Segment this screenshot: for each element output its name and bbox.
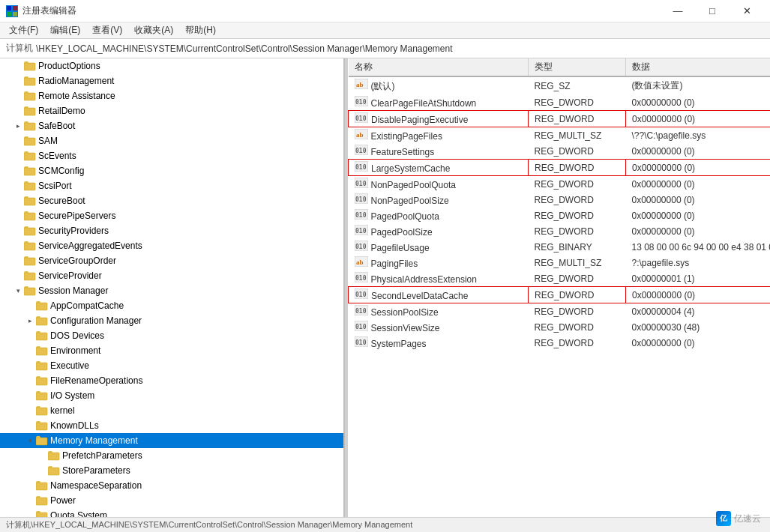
expand-icon[interactable] bbox=[24, 300, 36, 312]
expand-icon[interactable] bbox=[24, 360, 36, 372]
tree-item-ConfigurationManager[interactable]: ▸ Configuration Manager bbox=[0, 313, 343, 328]
svg-rect-42 bbox=[36, 348, 47, 355]
col-header-type[interactable]: 类型 bbox=[529, 58, 626, 76]
expand-icon[interactable] bbox=[12, 135, 24, 147]
tree-item-kernel[interactable]: kernel bbox=[0, 403, 343, 418]
expand-icon[interactable] bbox=[12, 255, 24, 267]
tree-item-PrefetchParameters[interactable]: PrefetchParameters bbox=[0, 448, 343, 463]
expand-icon[interactable] bbox=[24, 390, 36, 402]
tree-item-SessionManager[interactable]: ▾ Session Manager bbox=[0, 283, 343, 298]
table-row[interactable]: ab ExistingPageFilesREG_MULTI_SZ\??\C:\p… bbox=[349, 127, 771, 144]
expand-icon[interactable]: ▾ bbox=[12, 285, 24, 297]
tree-item-FileRenameOperations[interactable]: FileRenameOperations bbox=[0, 373, 343, 388]
menu-favorites[interactable]: 收藏夹(A) bbox=[128, 22, 179, 38]
table-row[interactable]: 010 SessionViewSizeREG_DWORD0x00000030 (… bbox=[349, 319, 771, 335]
table-row[interactable]: 010 SessionPoolSizeREG_DWORD0x00000004 (… bbox=[349, 303, 771, 320]
expand-icon[interactable] bbox=[24, 375, 36, 387]
expand-icon[interactable] bbox=[12, 150, 24, 162]
expand-icon[interactable] bbox=[12, 195, 24, 207]
tree-item-MemoryManagement[interactable]: ▾ Memory Management bbox=[0, 433, 343, 448]
expand-icon[interactable] bbox=[12, 240, 24, 252]
tree-item-RadioManagement[interactable]: RadioManagement bbox=[0, 73, 343, 88]
tree-item-ScEvents[interactable]: ScEvents bbox=[0, 148, 343, 163]
menu-view[interactable]: 查看(V) bbox=[86, 22, 128, 38]
minimize-button[interactable]: — bbox=[661, 0, 695, 22]
expand-icon[interactable] bbox=[36, 450, 48, 462]
tree-item-DOSDevices[interactable]: DOS Devices bbox=[0, 328, 343, 343]
tree-item-ServiceGroupOrder[interactable]: ServiceGroupOrder bbox=[0, 253, 343, 268]
tree-item-SecureBoot[interactable]: SecureBoot bbox=[0, 193, 343, 208]
tree-item-ServiceProvider[interactable]: ServiceProvider bbox=[0, 268, 343, 283]
table-row[interactable]: 010 PagedPoolQuotaREG_DWORD0x00000000 (0… bbox=[349, 208, 771, 223]
expand-icon[interactable] bbox=[24, 480, 36, 492]
tree-item-SCMConfig[interactable]: SCMConfig bbox=[0, 163, 343, 178]
menu-edit[interactable]: 编辑(E) bbox=[44, 22, 86, 38]
expand-icon[interactable] bbox=[24, 345, 36, 357]
close-button[interactable]: ✕ bbox=[730, 0, 764, 22]
cell-type: REG_DWORD bbox=[529, 270, 626, 287]
expand-icon[interactable] bbox=[24, 510, 36, 517]
table-row[interactable]: 010 SecondLevelDataCacheREG_DWORD0x00000… bbox=[349, 287, 771, 303]
menu-help[interactable]: 帮助(H) bbox=[179, 22, 222, 38]
cell-name: 010 SessionViewSize bbox=[349, 319, 529, 335]
expand-icon[interactable] bbox=[12, 210, 24, 222]
folder-icon bbox=[36, 375, 48, 387]
table-row[interactable]: 010 NonPagedPoolQuotaREG_DWORD0x00000000… bbox=[349, 176, 771, 193]
menu-file[interactable]: 文件(F) bbox=[3, 22, 44, 38]
expand-icon[interactable] bbox=[12, 60, 24, 72]
expand-icon[interactable] bbox=[12, 270, 24, 282]
expand-icon[interactable] bbox=[12, 180, 24, 192]
tree-label: StoreParameters bbox=[62, 465, 130, 476]
svg-text:010: 010 bbox=[355, 196, 367, 203]
cell-data: 0x00000000 (0) bbox=[626, 192, 771, 208]
tree-item-StoreParameters[interactable]: StoreParameters bbox=[0, 463, 343, 478]
svg-rect-22 bbox=[24, 198, 35, 205]
expand-icon[interactable] bbox=[36, 465, 48, 477]
tree-item-NamespaceSeparation[interactable]: NamespaceSeparation bbox=[0, 478, 343, 493]
tree-item-SafeBoot[interactable]: ▸ SafeBoot bbox=[0, 118, 343, 133]
tree-item-Environment[interactable]: Environment bbox=[0, 343, 343, 358]
tree-item-RemoteAssistance[interactable]: Remote Assistance bbox=[0, 88, 343, 103]
expand-icon[interactable] bbox=[12, 105, 24, 117]
tree-item-ProductOptions[interactable]: ProductOptions bbox=[0, 58, 343, 73]
tree-item-QuotaSystem[interactable]: Quota System bbox=[0, 508, 343, 517]
tree-item-KnownDLLs[interactable]: KnownDLLs bbox=[0, 418, 343, 433]
tree-item-AppCompatCache[interactable]: AppCompatCache bbox=[0, 298, 343, 313]
svg-text:010: 010 bbox=[355, 339, 367, 346]
folder-icon bbox=[24, 240, 36, 252]
expand-icon[interactable] bbox=[12, 165, 24, 177]
table-row[interactable]: ab PagingFilesREG_MULTI_SZ?:\pagefile.sy… bbox=[349, 255, 771, 270]
tree-item-RetailDemo[interactable]: RetailDemo bbox=[0, 103, 343, 118]
expand-icon[interactable] bbox=[24, 330, 36, 342]
tree-item-SecurePipeServers[interactable]: SecurePipeServers bbox=[0, 208, 343, 223]
expand-icon[interactable]: ▾ bbox=[24, 435, 36, 447]
table-row[interactable]: 010 PagedPoolSizeREG_DWORD0x00000000 (0) bbox=[349, 223, 771, 239]
tree-item-ServiceAggregatedEvents[interactable]: ServiceAggregatedEvents bbox=[0, 238, 343, 253]
table-row[interactable]: 010 PhysicalAddressExtensionREG_DWORD0x0… bbox=[349, 270, 771, 287]
tree-item-Power[interactable]: Power bbox=[0, 493, 343, 508]
expand-icon[interactable] bbox=[24, 420, 36, 432]
expand-icon[interactable] bbox=[12, 225, 24, 237]
table-row[interactable]: 010 SystemPagesREG_DWORD0x00000000 (0) bbox=[349, 335, 771, 351]
maximize-button[interactable]: □ bbox=[695, 0, 730, 22]
tree-item-SAM[interactable]: SAM bbox=[0, 133, 343, 148]
expand-icon[interactable]: ▸ bbox=[24, 315, 36, 327]
tree-item-Executive[interactable]: Executive bbox=[0, 358, 343, 373]
tree-item-IOSystem[interactable]: I/O System bbox=[0, 388, 343, 403]
table-row[interactable]: 010 FeatureSettingsREG_DWORD0x00000000 (… bbox=[349, 143, 771, 160]
tree-item-ScsiPort[interactable]: ScsiPort bbox=[0, 178, 343, 193]
table-row[interactable]: ab (默认)REG_SZ(数值未设置) bbox=[349, 76, 771, 94]
table-row[interactable]: 010 NonPagedPoolSizeREG_DWORD0x00000000 … bbox=[349, 192, 771, 208]
expand-icon[interactable] bbox=[12, 90, 24, 102]
tree-item-SecurityProviders[interactable]: SecurityProviders bbox=[0, 223, 343, 238]
table-row[interactable]: 010 ClearPageFileAtShutdownREG_DWORD0x00… bbox=[349, 94, 771, 111]
expand-icon[interactable] bbox=[24, 405, 36, 417]
col-header-data[interactable]: 数据 bbox=[626, 58, 771, 76]
expand-icon[interactable]: ▸ bbox=[12, 120, 24, 132]
expand-icon[interactable] bbox=[24, 495, 36, 507]
table-row[interactable]: 010 PagefileUsageREG_BINARY13 08 00 00 6… bbox=[349, 239, 771, 255]
table-row[interactable]: 010 DisablePagingExecutiveREG_DWORD0x000… bbox=[349, 111, 771, 127]
col-header-name[interactable]: 名称 bbox=[349, 58, 529, 76]
table-row[interactable]: 010 LargeSystemCacheREG_DWORD0x00000000 … bbox=[349, 160, 771, 176]
expand-icon[interactable] bbox=[12, 75, 24, 87]
